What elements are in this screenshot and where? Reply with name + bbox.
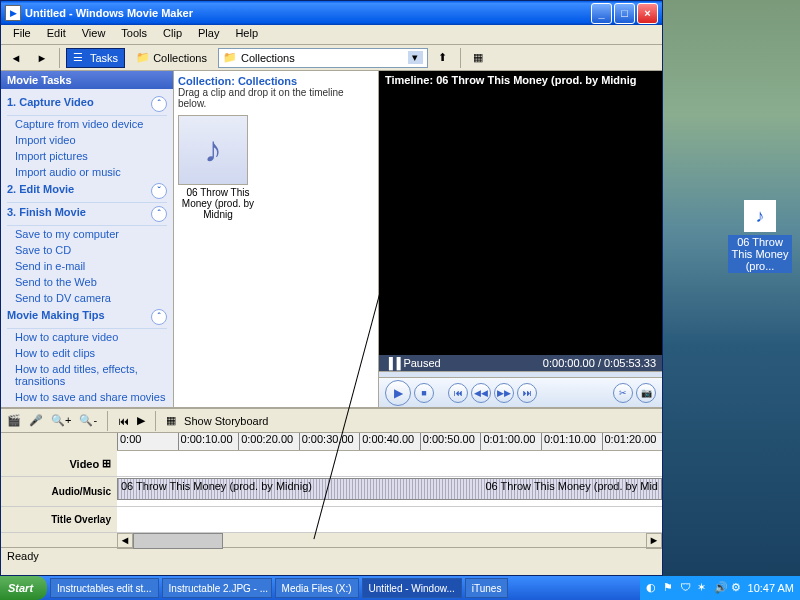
taskbar-item[interactable]: Instructables edit st...	[50, 578, 159, 598]
preview-video[interactable]	[379, 89, 662, 355]
view-button[interactable]: ▦	[467, 47, 489, 69]
forward-button[interactable]: ▶▶	[494, 383, 514, 403]
toolbar: ◄ ► ☰Tasks 📁Collections 📁 Collections ▾ …	[1, 45, 662, 71]
rewind-button[interactable]: ◀◀	[471, 383, 491, 403]
tray-icon[interactable]: 🔊	[714, 581, 728, 595]
forward-button[interactable]: ►	[31, 47, 53, 69]
zoom-out-icon[interactable]: 🔍-	[79, 414, 97, 427]
system-tray[interactable]: ◐ ⚑ 🛡 ✶ 🔊 ⚙ 10:47 AM	[640, 576, 800, 600]
link-save-computer[interactable]: Save to my computer	[7, 226, 167, 242]
close-button[interactable]: ×	[637, 3, 658, 24]
rewind-timeline-icon[interactable]: ⏮	[118, 415, 129, 427]
split-button[interactable]: ✂	[613, 383, 633, 403]
chevron-up-icon[interactable]: ˆ	[151, 309, 167, 325]
link-tip-edit[interactable]: How to edit clips	[7, 345, 167, 361]
link-send-dv[interactable]: Send to DV camera	[7, 290, 167, 306]
tasks-button[interactable]: ☰Tasks	[66, 48, 125, 68]
audio-track-area[interactable]: 06 Throw This Money (prod. by Midnig) 06…	[117, 477, 662, 506]
clip-item[interactable]: ♪ 06 Throw This Money (prod. by Midnig	[178, 115, 258, 220]
taskbar-item[interactable]: Instructable 2.JPG - ...	[162, 578, 272, 598]
taskbar-item[interactable]: iTunes	[465, 578, 509, 598]
link-save-cd[interactable]: Save to CD	[7, 242, 167, 258]
menu-tools[interactable]: Tools	[113, 25, 155, 44]
video-track-area[interactable]	[117, 451, 662, 476]
up-button[interactable]: ⬆	[432, 47, 454, 69]
menu-edit[interactable]: Edit	[39, 25, 74, 44]
show-storyboard-button[interactable]: Show Storyboard	[184, 415, 268, 427]
ruler-tick: 0:00:40.00	[359, 433, 420, 450]
start-button[interactable]: Start	[0, 576, 47, 600]
horizontal-scrollbar[interactable]: ◄ ►	[117, 533, 662, 549]
next-button[interactable]: ⏭	[517, 383, 537, 403]
scroll-thumb[interactable]	[133, 533, 223, 549]
prev-button[interactable]: ⏮	[448, 383, 468, 403]
scroll-right-icon[interactable]: ►	[646, 533, 662, 549]
section-capture-video[interactable]: 1. Capture Videoˆ	[7, 93, 167, 116]
separator	[59, 48, 60, 68]
separator	[460, 48, 461, 68]
clip-label: 06 Throw This Money (prod. by Midnig	[178, 187, 258, 220]
zoom-in-icon[interactable]: 🔍+	[51, 414, 71, 427]
chevron-up-icon[interactable]: ˆ	[151, 96, 167, 112]
taskbar-item-active[interactable]: Untitled - Window...	[362, 578, 462, 598]
section-tips[interactable]: Movie Making Tipsˆ	[7, 306, 167, 329]
chevron-down-icon[interactable]: ▾	[408, 51, 423, 64]
collections-combo[interactable]: 📁 Collections ▾	[218, 48, 428, 68]
link-send-web[interactable]: Send to the Web	[7, 274, 167, 290]
preview-title: Timeline: 06 Throw This Money (prod. by …	[379, 71, 662, 89]
timeline-ruler[interactable]: 0:00 0:00:10.00 0:00:20.00 0:00:30.00 0:…	[117, 433, 662, 451]
desktop-file-icon[interactable]: ♪ 06 Throw This Money (pro...	[728, 200, 792, 273]
title-track-area[interactable]	[117, 507, 662, 532]
tray-icon[interactable]: 🛡	[680, 581, 694, 595]
chevron-down-icon[interactable]: ˇ	[151, 183, 167, 199]
separator	[107, 411, 108, 431]
video-track[interactable]: Video ⊞	[1, 451, 662, 477]
audio-clip[interactable]: 06 Throw This Money (prod. by Midnig) 06…	[117, 478, 662, 500]
link-import-pictures[interactable]: Import pictures	[7, 148, 167, 164]
preview-status: ▐▐ Paused 0:00:00.00 / 0:05:53.33	[379, 355, 662, 371]
play-timeline-icon[interactable]: ▶	[137, 414, 145, 427]
folder-icon: 📁	[223, 51, 237, 64]
menu-play[interactable]: Play	[190, 25, 227, 44]
taskbar-item[interactable]: Media Files (X:)	[275, 578, 359, 598]
link-tip-capture[interactable]: How to capture video	[7, 329, 167, 345]
back-button[interactable]: ◄	[5, 47, 27, 69]
timeline-area: 🎬 🎤 🔍+ 🔍- ⏮ ▶ ▦ Show Storyboard 0:00 0:0…	[1, 407, 662, 547]
titlebar[interactable]: ▶ Untitled - Windows Movie Maker _ □ ×	[1, 1, 662, 25]
section-title: 3. Finish Movie	[7, 206, 86, 222]
snapshot-button[interactable]: 📷	[636, 383, 656, 403]
menu-help[interactable]: Help	[227, 25, 266, 44]
tray-icon[interactable]: ◐	[646, 581, 660, 595]
link-import-video[interactable]: Import video	[7, 132, 167, 148]
status-text: Paused	[403, 357, 440, 369]
menu-clip[interactable]: Clip	[155, 25, 190, 44]
ruler-tick: 0:01:20.00	[602, 433, 663, 450]
play-button[interactable]: ▶	[385, 380, 411, 406]
audio-track[interactable]: Audio/Music 06 Throw This Money (prod. b…	[1, 477, 662, 507]
ruler-tick: 0:00	[117, 433, 178, 450]
task-pane: Movie Tasks 1. Capture Videoˆ Capture fr…	[1, 71, 174, 407]
link-tip-save[interactable]: How to save and share movies	[7, 389, 167, 405]
link-capture-device[interactable]: Capture from video device	[7, 116, 167, 132]
scroll-left-icon[interactable]: ◄	[117, 533, 133, 549]
chevron-up-icon[interactable]: ˆ	[151, 206, 167, 222]
collections-button[interactable]: 📁Collections	[129, 48, 214, 68]
tray-icon[interactable]: ✶	[697, 581, 711, 595]
link-import-audio[interactable]: Import audio or music	[7, 164, 167, 180]
timeline-tools-icon[interactable]: 🎬	[7, 414, 21, 427]
title-track[interactable]: Title Overlay	[1, 507, 662, 533]
expand-icon[interactable]: ⊞	[102, 457, 111, 470]
section-finish-movie[interactable]: 3. Finish Movieˆ	[7, 203, 167, 226]
minimize-button[interactable]: _	[591, 3, 612, 24]
menu-view[interactable]: View	[74, 25, 114, 44]
link-send-email[interactable]: Send in e-mail	[7, 258, 167, 274]
section-edit-movie[interactable]: 2. Edit Movieˇ	[7, 180, 167, 203]
menu-file[interactable]: File	[5, 25, 39, 44]
tray-icon[interactable]: ⚑	[663, 581, 677, 595]
maximize-button[interactable]: □	[614, 3, 635, 24]
stop-button[interactable]: ■	[414, 383, 434, 403]
clock[interactable]: 10:47 AM	[748, 582, 794, 594]
link-tip-titles[interactable]: How to add titles, effects, transitions	[7, 361, 167, 389]
tray-icon[interactable]: ⚙	[731, 581, 745, 595]
narrate-icon[interactable]: 🎤	[29, 414, 43, 427]
